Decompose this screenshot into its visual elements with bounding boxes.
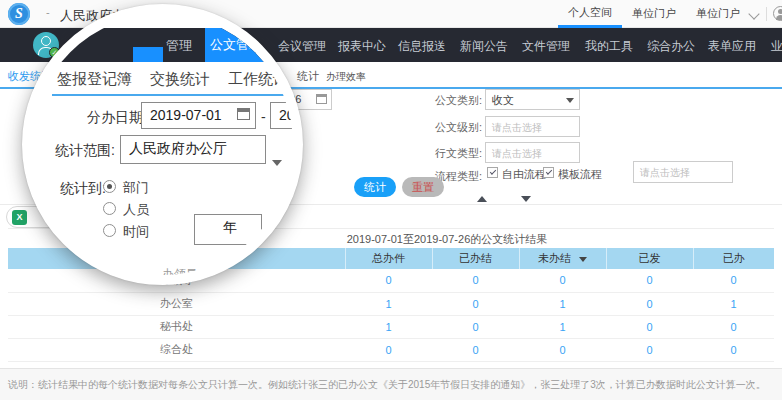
lens-blue-fragment	[133, 47, 163, 62]
chevron-down-icon[interactable]	[748, 8, 759, 19]
stat-cell-link[interactable]: 0	[432, 292, 519, 315]
stat-cell-link[interactable]: 0	[432, 338, 519, 361]
row-org-name: 秘书处	[8, 315, 345, 338]
filter-label-1: 公文级别:	[428, 120, 482, 135]
filter-label-2: 行文类型:	[428, 146, 482, 161]
stat-cell-link[interactable]: 0	[606, 269, 693, 292]
user-icon[interactable]	[773, 6, 782, 21]
filter-value-0: 收文	[492, 93, 514, 108]
stat-cell-link[interactable]: 0	[432, 269, 519, 292]
stat-cell-link[interactable]: 0	[519, 338, 606, 361]
sort-caret-icon[interactable]	[579, 257, 587, 262]
stat-cell-link[interactable]: 0	[606, 315, 693, 338]
lens-date-dash: -	[261, 109, 266, 125]
tab-fragment[interactable]: 统计	[297, 69, 319, 84]
column-header-4[interactable]: 已办	[693, 248, 774, 269]
lens-range-select[interactable]: 人民政府办公厅	[120, 135, 266, 164]
stat-cell-link[interactable]: 0	[345, 338, 432, 361]
lens-year-input[interactable]: 年	[194, 214, 262, 245]
top-link-2[interactable]: 单位门户	[686, 0, 750, 28]
flow-option-label-1: 模板流程	[558, 167, 602, 182]
expand-down-icon[interactable]	[521, 196, 531, 202]
top-link-1[interactable]: 单位门户	[622, 0, 686, 28]
note-bar: 说明：统计结果中的每个统计数据对每条公文只计算一次。例如统计张三的已办公文《关于…	[0, 368, 782, 400]
title-separator: -	[46, 6, 50, 18]
filter-label-0: 公文类别:	[428, 93, 482, 108]
lens-radio-label-1: 人员	[123, 201, 149, 219]
table-row: 办公室10101	[8, 292, 774, 315]
stat-cell-link[interactable]: 0	[432, 315, 519, 338]
stat-cell-link[interactable]: 0	[693, 269, 774, 292]
lens-radio-1[interactable]	[103, 202, 116, 215]
stat-cell-link[interactable]: 1	[519, 315, 606, 338]
flow-placeholder: 请点击选择	[640, 166, 690, 180]
lens-year-value: 年	[223, 219, 237, 237]
dropdown-caret-icon[interactable]	[272, 160, 282, 166]
nav-item-6[interactable]: 综合办公	[647, 38, 695, 55]
stat-cell-link[interactable]: 0	[519, 269, 606, 292]
stat-cell-link[interactable]: 0	[693, 315, 774, 338]
stat-cell-link[interactable]: 0	[693, 338, 774, 361]
stat-cell-link[interactable]: 1	[693, 292, 774, 315]
table-row: 秘书处10100	[8, 315, 774, 338]
column-header-1[interactable]: 已办结	[432, 248, 519, 269]
lens-radio-label-2: 时间	[123, 223, 149, 241]
lens-target-label: 统计到:	[60, 180, 106, 198]
lens-radio-0[interactable]	[103, 180, 116, 193]
stat-cell-link[interactable]: 1	[345, 315, 432, 338]
stat-cell-link[interactable]: 1	[345, 292, 432, 315]
table-row: 综合处00000	[8, 338, 774, 361]
filter-field-0[interactable]: 收文	[485, 89, 580, 110]
filter-field-1[interactable]: 请点击选择	[485, 116, 580, 137]
lens-radio-2[interactable]	[103, 224, 116, 237]
magnifier-lens: 公文管理 管理 签报登记簿交换统计工作统计 分办日期: 2019-07-01 -…	[22, 4, 303, 285]
stat-cell-link[interactable]: 0	[606, 292, 693, 315]
excel-icon: X	[12, 210, 27, 225]
lens-radio-label-0: 部门	[123, 179, 149, 197]
top-links: 个人空间单位门户单位门户	[558, 0, 782, 28]
flow-option-label-0: 自由流程	[502, 167, 546, 182]
top-link-0[interactable]: 个人空间	[558, 0, 622, 28]
lens-range-label: 统计范围:	[55, 142, 115, 160]
dropdown-caret-icon[interactable]	[566, 98, 574, 103]
column-header-3[interactable]: 已发	[606, 248, 693, 269]
lens-range-value: 人民政府办公厅	[129, 140, 227, 158]
column-header-2[interactable]: 未办结	[519, 248, 606, 269]
tab-processing-efficiency[interactable]: 办理效率	[326, 70, 366, 84]
calendar-icon[interactable]	[237, 108, 250, 120]
lens-date-from-input[interactable]: 2019-07-01	[141, 102, 256, 129]
filter-placeholder-2: 请点击选择	[492, 147, 542, 161]
lens-tab-0[interactable]: 签报登记簿	[57, 70, 132, 89]
nav-item-4[interactable]: 文件管理	[522, 38, 570, 55]
nav-item-5[interactable]: 我的工具	[585, 38, 633, 55]
nav-item-7[interactable]: 表单应用	[708, 38, 756, 55]
stat-cell-link[interactable]: 1	[519, 292, 606, 315]
lens-date-from-value: 2019-07-01	[150, 107, 222, 123]
calendar-icon[interactable]	[316, 94, 327, 104]
stat-cell-link[interactable]: 0	[345, 269, 432, 292]
lens-tab-1[interactable]: 交换统计	[150, 70, 210, 89]
flow-checkbox-1[interactable]	[543, 167, 554, 178]
flow-checkbox-0[interactable]	[487, 167, 498, 178]
divider	[766, 7, 767, 21]
lens-nav-fragment: 管理	[166, 37, 192, 55]
collapse-up-icon[interactable]	[477, 196, 487, 202]
nav-item-2[interactable]: 信息报送	[398, 38, 446, 55]
row-org-name: 办公室	[8, 292, 345, 315]
nav-item-0[interactable]: 会议管理	[278, 38, 326, 55]
stat-cell-link[interactable]: 0	[606, 338, 693, 361]
lens-tab-underline	[52, 94, 303, 96]
app-window: S - 人民政府办公厅 个人空间单位门户单位门户 ✓ 5人 会议管理报表中心信息…	[0, 0, 782, 400]
stat-button[interactable]: 统计	[354, 177, 396, 197]
lens-row-fragment: 办领导	[162, 266, 198, 283]
lens-date-label: 分办日期:	[87, 109, 147, 127]
nav-item-3[interactable]: 新闻公告	[460, 38, 508, 55]
app-logo-icon: S	[8, 3, 30, 25]
reset-button[interactable]: 重置	[402, 177, 444, 197]
column-header-0[interactable]: 总办件	[345, 248, 432, 269]
nav-item-1[interactable]: 报表中心	[338, 38, 386, 55]
flow-select-input[interactable]: 请点击选择	[633, 161, 733, 183]
filter-field-2[interactable]: 请点击选择	[485, 142, 580, 163]
lens-tab-2[interactable]: 工作统计	[228, 70, 288, 89]
nav-item-8[interactable]: 业	[771, 38, 782, 55]
